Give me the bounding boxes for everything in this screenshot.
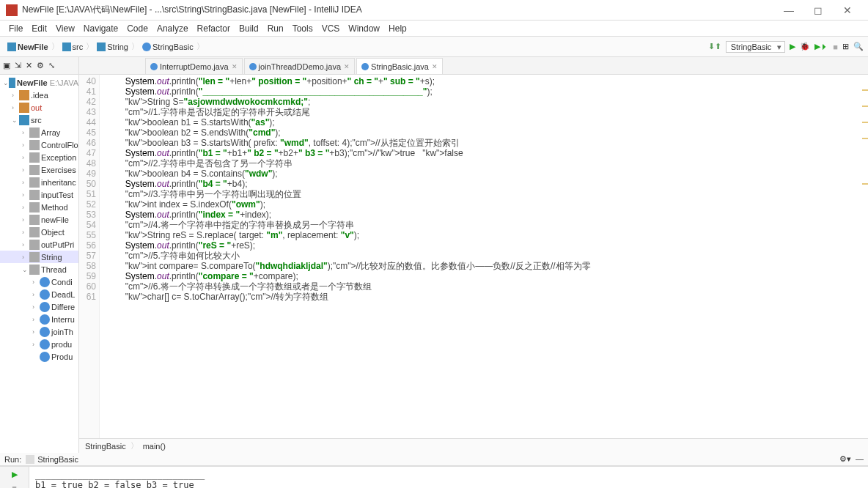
tab-stringbasic[interactable]: StringBasic.java✕ <box>356 58 443 74</box>
add-icon[interactable]: ✕ <box>26 61 32 70</box>
project-tree[interactable]: ⌄NewFile E:\JAVA ›.idea ›out ⌄src ›Array… <box>0 75 78 364</box>
run-panel-header: Run: StringBasic ⚙▾ — <box>0 453 868 466</box>
code-area[interactable]: 40 41 42 43 44 45 46 47 48 49 50 51 52 5… <box>79 75 868 438</box>
code[interactable]: System.out.println("len = "+len+" positi… <box>100 75 868 438</box>
menu-window[interactable]: Window <box>344 23 384 34</box>
menu-tools[interactable]: Tools <box>288 23 317 34</box>
tab-interrupt[interactable]: InterruptDemo.java✕ <box>145 58 243 74</box>
project-sidebar: ▣ ⇲ ✕ ⚙ ⤡ ⌄NewFile E:\JAVA ›.idea ›out ⌄… <box>0 57 79 453</box>
menu-vcs[interactable]: VCS <box>317 23 345 34</box>
run-label: Run: <box>0 455 26 464</box>
titlebar: NewFile [E:\JAVA\代码\NewFile] - ...\src\S… <box>0 0 868 21</box>
menu-build[interactable]: Build <box>235 23 263 34</box>
folder-icon <box>7 42 16 51</box>
run-tab-icon <box>26 455 34 464</box>
navbar: NewFile 〉 src 〉 String 〉 StringBasic 〉 ⬇… <box>0 37 868 57</box>
menu-file[interactable]: File <box>4 23 27 34</box>
run-icon[interactable]: ▶ <box>790 42 795 51</box>
close-button[interactable]: ✕ <box>833 4 862 16</box>
close-icon[interactable]: ✕ <box>232 63 238 70</box>
debug-icon[interactable]: 🐞 <box>800 42 810 51</box>
overview-ruler[interactable] <box>862 75 868 438</box>
build-icon[interactable]: ⬇⬆ <box>708 42 721 51</box>
code-breadcrumb[interactable]: StringBasic〉main() <box>79 438 868 453</box>
window-title: NewFile [E:\JAVA\代码\NewFile] - ...\src\S… <box>22 4 774 16</box>
app-icon <box>6 4 18 16</box>
search-icon[interactable]: 🔍 <box>853 42 864 51</box>
menu-refactor[interactable]: Refactor <box>193 23 235 34</box>
run-tab-name[interactable]: StringBasic <box>37 455 78 464</box>
menubar: File Edit View Navigate Code Analyze Ref… <box>0 21 868 37</box>
breadcrumb-src: src <box>73 42 84 51</box>
run-gutter: ▶ ■ ↑ ↓ ⏸ ↲ 🖶 ⊟ 📌 ✕ <box>0 467 29 488</box>
menu-help[interactable]: Help <box>384 23 411 34</box>
project-tool-icon[interactable]: ▣ <box>3 61 10 70</box>
minimize-panel-icon[interactable]: — <box>856 454 864 464</box>
gear-icon[interactable]: ⚙ <box>37 61 44 70</box>
maximize-button[interactable]: ◻ <box>803 4 833 16</box>
editor-tabs: InterruptDemo.java✕ joinThreadDDemo.java… <box>79 57 868 75</box>
stop-icon[interactable]: ■ <box>833 42 838 51</box>
editor: InterruptDemo.java✕ joinThreadDDemo.java… <box>79 57 868 453</box>
breadcrumb-file: StringBasic <box>152 42 194 51</box>
close-icon[interactable]: ✕ <box>344 63 350 70</box>
folder-icon <box>62 42 71 51</box>
breadcrumb-string: String <box>107 42 128 51</box>
class-icon <box>142 42 151 51</box>
console-output[interactable]: ________________________________ b1 = tr… <box>29 467 868 488</box>
menu-edit[interactable]: Edit <box>27 23 51 34</box>
folder-icon <box>97 42 106 51</box>
gear-icon[interactable]: ⚙▾ <box>839 454 851 464</box>
minimize-button[interactable]: — <box>774 4 803 16</box>
menu-view[interactable]: View <box>51 23 79 34</box>
menu-navigate[interactable]: Navigate <box>79 23 122 34</box>
menu-code[interactable]: Code <box>122 23 152 34</box>
structure-icon[interactable]: ⊞ <box>842 42 849 51</box>
menu-run[interactable]: Run <box>263 23 288 34</box>
collapse-icon[interactable]: ⇲ <box>15 61 21 70</box>
coverage-icon[interactable]: ▶⏵ <box>814 42 828 51</box>
run-panel: ▶ ■ ↑ ↓ ⏸ ↲ 🖶 ⊟ 📌 ✕ ____________________… <box>0 466 868 488</box>
hide-icon[interactable]: ⤡ <box>48 61 55 70</box>
stop-icon[interactable]: ■ <box>12 484 17 488</box>
rerun-icon[interactable]: ▶ <box>12 470 18 479</box>
breadcrumb-root: NewFile <box>18 42 48 51</box>
close-icon[interactable]: ✕ <box>432 63 438 70</box>
run-config-combo[interactable]: StringBasic ▾ <box>726 41 786 53</box>
gutter: 40 41 42 43 44 45 46 47 48 49 50 51 52 5… <box>79 75 100 438</box>
tab-jointhread[interactable]: joinThreadDDemo.java✕ <box>244 58 356 74</box>
menu-analyze[interactable]: Analyze <box>152 23 193 34</box>
breadcrumb[interactable]: NewFile 〉 src 〉 String 〉 StringBasic 〉 <box>4 41 209 52</box>
